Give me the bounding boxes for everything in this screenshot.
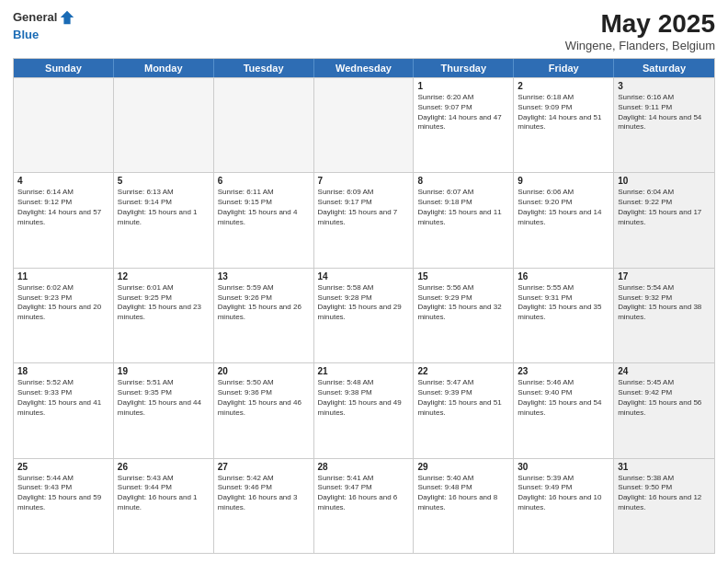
calendar-cell: 5Sunrise: 6:13 AMSunset: 9:14 PMDaylight… (114, 173, 214, 267)
day-number: 9 (518, 176, 609, 186)
cell-details: Sunrise: 6:11 AMSunset: 9:15 PMDaylight:… (218, 188, 310, 227)
cell-details: Sunrise: 6:20 AMSunset: 9:07 PMDaylight:… (417, 93, 509, 132)
calendar-cell: 25Sunrise: 5:44 AMSunset: 9:43 PMDayligh… (14, 459, 114, 553)
cell-details: Sunrise: 5:59 AMSunset: 9:26 PMDaylight:… (218, 283, 310, 323)
calendar-cell: 29Sunrise: 5:40 AMSunset: 9:48 PMDayligh… (414, 459, 514, 553)
calendar-cell: 3Sunrise: 6:16 AMSunset: 9:11 PMDaylight… (614, 78, 714, 172)
day-number: 7 (318, 176, 410, 186)
calendar-cell: 20Sunrise: 5:50 AMSunset: 9:36 PMDayligh… (214, 363, 314, 457)
calendar-week-3: 18Sunrise: 5:52 AMSunset: 9:33 PMDayligh… (14, 362, 714, 457)
day-number: 22 (417, 366, 509, 376)
calendar-cell: 6Sunrise: 6:11 AMSunset: 9:15 PMDaylight… (214, 173, 314, 267)
day-number: 28 (318, 462, 410, 472)
header-day-friday: Friday (514, 59, 614, 77)
day-number: 2 (518, 81, 609, 91)
calendar-cell: 11Sunrise: 6:02 AMSunset: 9:23 PMDayligh… (14, 269, 114, 362)
calendar-cell (114, 78, 214, 172)
cell-details: Sunrise: 6:02 AMSunset: 9:23 PMDaylight:… (17, 283, 109, 323)
cell-details: Sunrise: 5:38 AMSunset: 9:50 PMDaylight:… (618, 474, 711, 513)
calendar-cell: 13Sunrise: 5:59 AMSunset: 9:26 PMDayligh… (214, 269, 314, 362)
cell-details: Sunrise: 5:48 AMSunset: 9:38 PMDaylight:… (318, 378, 410, 418)
day-number: 31 (618, 462, 711, 472)
calendar-cell: 17Sunrise: 5:54 AMSunset: 9:32 PMDayligh… (614, 269, 714, 362)
cell-details: Sunrise: 5:54 AMSunset: 9:32 PMDaylight:… (618, 283, 711, 323)
calendar-cell: 24Sunrise: 5:45 AMSunset: 9:42 PMDayligh… (614, 363, 714, 457)
cell-details: Sunrise: 5:55 AMSunset: 9:31 PMDaylight:… (518, 283, 609, 323)
cell-details: Sunrise: 6:09 AMSunset: 9:17 PMDaylight:… (318, 188, 410, 227)
calendar-week-4: 25Sunrise: 5:44 AMSunset: 9:43 PMDayligh… (14, 458, 714, 553)
cell-details: Sunrise: 5:56 AMSunset: 9:29 PMDaylight:… (417, 283, 509, 323)
logo-blue: Blue (13, 28, 39, 41)
cell-details: Sunrise: 5:52 AMSunset: 9:33 PMDaylight:… (17, 378, 109, 418)
day-number: 24 (618, 366, 711, 376)
cell-details: Sunrise: 6:07 AMSunset: 9:18 PMDaylight:… (417, 188, 509, 227)
calendar-cell (214, 78, 314, 172)
day-number: 25 (17, 462, 109, 472)
cell-details: Sunrise: 5:39 AMSunset: 9:49 PMDaylight:… (518, 474, 609, 513)
day-number: 23 (518, 366, 609, 376)
day-number: 11 (17, 271, 109, 282)
page: General Blue May 2025 Wingene, Flanders,… (0, 0, 728, 563)
day-number: 3 (618, 81, 711, 91)
cell-details: Sunrise: 6:13 AMSunset: 9:14 PMDaylight:… (118, 188, 210, 227)
cell-details: Sunrise: 5:50 AMSunset: 9:36 PMDaylight:… (218, 378, 310, 418)
day-number: 30 (518, 462, 609, 472)
cell-details: Sunrise: 5:46 AMSunset: 9:40 PMDaylight:… (518, 378, 609, 418)
cell-details: Sunrise: 6:14 AMSunset: 9:12 PMDaylight:… (17, 188, 109, 227)
svg-marker-0 (61, 11, 74, 24)
cell-details: Sunrise: 5:44 AMSunset: 9:43 PMDaylight:… (17, 474, 109, 513)
calendar-cell: 7Sunrise: 6:09 AMSunset: 9:17 PMDaylight… (314, 173, 415, 267)
cell-details: Sunrise: 6:06 AMSunset: 9:20 PMDaylight:… (518, 188, 609, 227)
day-number: 12 (118, 271, 210, 282)
calendar-cell: 9Sunrise: 6:06 AMSunset: 9:20 PMDaylight… (514, 173, 614, 267)
cell-details: Sunrise: 5:43 AMSunset: 9:44 PMDaylight:… (118, 474, 210, 513)
calendar-cell: 31Sunrise: 5:38 AMSunset: 9:50 PMDayligh… (614, 459, 714, 553)
cell-details: Sunrise: 5:58 AMSunset: 9:28 PMDaylight:… (318, 283, 410, 323)
calendar-cell: 23Sunrise: 5:46 AMSunset: 9:40 PMDayligh… (514, 363, 614, 457)
calendar-cell: 12Sunrise: 6:01 AMSunset: 9:25 PMDayligh… (114, 269, 214, 362)
calendar-week-0: 1Sunrise: 6:20 AMSunset: 9:07 PMDaylight… (14, 77, 714, 172)
day-number: 15 (417, 271, 509, 282)
calendar-cell: 2Sunrise: 6:18 AMSunset: 9:09 PMDaylight… (514, 78, 614, 172)
calendar-cell: 15Sunrise: 5:56 AMSunset: 9:29 PMDayligh… (414, 269, 514, 362)
calendar-cell: 8Sunrise: 6:07 AMSunset: 9:18 PMDaylight… (414, 173, 514, 267)
day-number: 19 (118, 366, 210, 376)
cell-details: Sunrise: 5:41 AMSunset: 9:47 PMDaylight:… (318, 474, 410, 513)
cell-details: Sunrise: 6:16 AMSunset: 9:11 PMDaylight:… (618, 93, 711, 132)
calendar-cell: 14Sunrise: 5:58 AMSunset: 9:28 PMDayligh… (314, 269, 415, 362)
cell-details: Sunrise: 5:51 AMSunset: 9:35 PMDaylight:… (118, 378, 210, 418)
header-day-thursday: Thursday (414, 59, 514, 77)
calendar-header: SundayMondayTuesdayWednesdayThursdayFrid… (14, 59, 714, 77)
day-number: 6 (218, 176, 310, 186)
day-number: 21 (318, 366, 410, 376)
calendar-cell: 18Sunrise: 5:52 AMSunset: 9:33 PMDayligh… (14, 363, 114, 457)
logo-icon (59, 9, 75, 26)
calendar-cell: 1Sunrise: 6:20 AMSunset: 9:07 PMDaylight… (414, 78, 514, 172)
cell-details: Sunrise: 5:40 AMSunset: 9:48 PMDaylight:… (417, 474, 509, 513)
calendar-cell: 4Sunrise: 6:14 AMSunset: 9:12 PMDaylight… (14, 173, 114, 267)
calendar-cell: 19Sunrise: 5:51 AMSunset: 9:35 PMDayligh… (114, 363, 214, 457)
calendar-cell: 10Sunrise: 6:04 AMSunset: 9:22 PMDayligh… (614, 173, 714, 267)
day-number: 20 (218, 366, 310, 376)
calendar-cell: 26Sunrise: 5:43 AMSunset: 9:44 PMDayligh… (114, 459, 214, 553)
logo: General Blue (13, 9, 75, 42)
header-day-monday: Monday (114, 59, 214, 77)
day-number: 27 (218, 462, 310, 472)
cell-details: Sunrise: 5:47 AMSunset: 9:39 PMDaylight:… (417, 378, 509, 418)
day-number: 18 (17, 366, 109, 376)
header-day-saturday: Saturday (614, 59, 714, 77)
day-number: 1 (417, 81, 509, 91)
day-number: 13 (218, 271, 310, 282)
title-block: May 2025 Wingene, Flanders, Belgium (565, 9, 715, 52)
day-number: 4 (17, 176, 109, 186)
day-number: 17 (618, 271, 711, 282)
title-location: Wingene, Flanders, Belgium (565, 39, 715, 52)
day-number: 29 (417, 462, 509, 472)
header-day-sunday: Sunday (14, 59, 114, 77)
calendar-cell (314, 78, 415, 172)
header-day-wednesday: Wednesday (314, 59, 415, 77)
header-day-tuesday: Tuesday (214, 59, 314, 77)
header: General Blue May 2025 Wingene, Flanders,… (13, 9, 715, 52)
calendar-week-2: 11Sunrise: 6:02 AMSunset: 9:23 PMDayligh… (14, 268, 714, 362)
calendar-cell: 16Sunrise: 5:55 AMSunset: 9:31 PMDayligh… (514, 269, 614, 362)
